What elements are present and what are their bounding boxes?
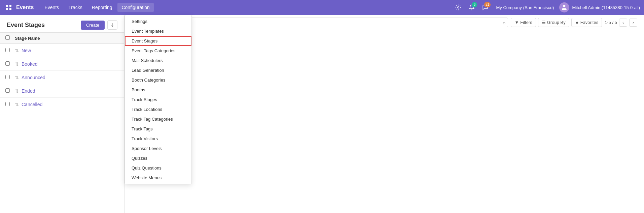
row-checkbox-4[interactable] — [5, 88, 10, 93]
dropdown-item-quizzes[interactable]: Quizzes — [125, 153, 191, 163]
dropdown-item-track-stages[interactable]: Track Stages — [125, 95, 191, 104]
settings-label: Settings — [132, 19, 147, 24]
svg-rect-0 — [6, 5, 8, 7]
group-by-label: Group By — [547, 20, 566, 25]
drag-handle-3[interactable]: ⇅ — [15, 75, 22, 80]
row-checkbox-3[interactable] — [5, 75, 10, 79]
group-by-button[interactable]: ☰ Group By — [538, 18, 569, 27]
next-page-button[interactable]: › — [629, 19, 637, 27]
row-checkbox-2[interactable] — [5, 61, 10, 66]
table-body: ⇅ New ⇅ Booked ⇅ Announced ⇅ Ended ⇅ — [0, 44, 124, 111]
svg-point-5 — [563, 5, 566, 7]
star-icon: ★ — [575, 20, 579, 25]
quizzes-label: Quizzes — [132, 156, 147, 161]
filter-icon: ▼ — [514, 20, 519, 25]
prev-page-button[interactable]: ‹ — [619, 19, 627, 27]
dropdown-item-booth-categories[interactable]: Booth Categories — [125, 75, 191, 85]
create-button[interactable]: Create — [81, 21, 105, 30]
mail-schedulers-label: Mail Schedulers — [132, 58, 163, 63]
drag-handle-1[interactable]: ⇅ — [15, 48, 22, 53]
dropdown-item-mail-schedulers[interactable]: Mail Schedulers — [125, 56, 191, 65]
event-tags-categories-label: Event Tags Categories — [132, 48, 176, 53]
message-badge: 21 — [484, 2, 491, 7]
table-row: ⇅ Announced — [0, 71, 124, 84]
topnav: Events Events Tracks Reporting Configura… — [0, 0, 644, 15]
track-stages-label: Track Stages — [132, 97, 157, 102]
left-panel: Event Stages Create ⇓ Stage Name ⇅ New ⇅… — [0, 15, 124, 213]
table-row: ⇅ New — [0, 44, 124, 57]
svg-point-4 — [458, 7, 459, 8]
stage-name-3[interactable]: Announced — [22, 75, 45, 80]
dropdown-item-track-locations[interactable]: Track Locations — [125, 104, 191, 114]
nav-tracks[interactable]: Tracks — [64, 3, 86, 12]
track-locations-label: Track Locations — [132, 107, 162, 112]
drag-handle-2[interactable]: ⇅ — [15, 61, 22, 67]
event-templates-label: Event Templates — [132, 29, 164, 34]
pagination-text: 1-5 / 5 — [605, 20, 617, 25]
message-icon-btn[interactable]: 21 — [480, 2, 491, 13]
dropdown-item-track-tags[interactable]: Track Tags — [125, 124, 191, 134]
track-tags-label: Track Tags — [132, 126, 153, 131]
configuration-dropdown: Settings Event Templates Event Stages Ev… — [124, 15, 192, 184]
right-panel: ⌕ ▼ Filters ☰ Group By ★ Favorites 1-5 /… — [124, 15, 644, 213]
svg-rect-1 — [9, 5, 11, 7]
dropdown-item-sponsor-levels[interactable]: Sponsor Levels — [125, 144, 191, 153]
toolbar-buttons: ▼ Filters ☰ Group By ★ Favorites — [511, 18, 602, 27]
table-header: Stage Name — [0, 32, 124, 44]
nav-events[interactable]: Events — [40, 3, 63, 12]
favorites-label: Favorites — [580, 20, 598, 25]
dropdown-item-event-tags-categories[interactable]: Event Tags Categories — [125, 46, 191, 56]
dropdown-item-lead-generation[interactable]: Lead Generation — [125, 65, 191, 75]
column-stage-name: Stage Name — [15, 36, 40, 41]
stage-name-1[interactable]: New — [22, 48, 31, 53]
event-stages-label: Event Stages — [132, 38, 157, 43]
settings-icon-btn[interactable] — [453, 2, 464, 13]
company-name: My Company (San Francisco) — [493, 5, 557, 10]
svg-rect-2 — [6, 8, 8, 10]
pagination: 1-5 / 5 ‹ › — [605, 19, 637, 27]
search-icon[interactable]: ⌕ — [503, 20, 505, 25]
stage-name-2[interactable]: Booked — [22, 61, 37, 67]
main-layout: Event Stages Create ⇓ Stage Name ⇅ New ⇅… — [0, 15, 644, 213]
nav-configuration[interactable]: Configuration — [117, 3, 153, 12]
dropdown-item-event-stages[interactable]: Event Stages — [125, 36, 191, 46]
right-toolbar: ⌕ ▼ Filters ☰ Group By ★ Favorites 1-5 /… — [124, 15, 644, 30]
svg-rect-3 — [9, 8, 11, 10]
bell-badge: 6 — [472, 2, 477, 7]
booth-categories-label: Booth Categories — [132, 78, 165, 83]
notification-bell-btn[interactable]: 6 — [466, 2, 477, 13]
dropdown-item-booths[interactable]: Booths — [125, 85, 191, 95]
app-name: Events — [16, 4, 34, 10]
row-checkbox-1[interactable] — [5, 48, 10, 52]
user-name: Mitchell Admin (11485380-15-0-all) — [572, 5, 640, 10]
dropdown-item-website-menus[interactable]: Website Menus — [125, 173, 191, 183]
header-checkbox[interactable] — [5, 35, 15, 41]
quiz-questions-label: Quiz Questions — [132, 165, 162, 171]
filters-button[interactable]: ▼ Filters — [511, 18, 536, 27]
dropdown-item-settings[interactable]: Settings — [125, 17, 191, 26]
grid-icon[interactable] — [4, 3, 13, 12]
dropdown-item-quiz-questions[interactable]: Quiz Questions — [125, 163, 191, 173]
groupby-icon: ☰ — [542, 20, 546, 25]
topnav-right: 6 21 My Company (San Francisco) Mitchell… — [453, 2, 640, 13]
table-row: ⇅ Booked — [0, 57, 124, 71]
row-checkbox-5[interactable] — [5, 102, 10, 106]
lead-generation-label: Lead Generation — [132, 68, 164, 73]
dropdown-item-event-templates[interactable]: Event Templates — [125, 26, 191, 36]
avatar[interactable] — [559, 2, 569, 12]
stage-name-5[interactable]: Cancelled — [22, 102, 42, 107]
dropdown-item-track-visitors[interactable]: Track Visitors — [125, 134, 191, 144]
table-row: ⇅ Ended — [0, 84, 124, 98]
track-tag-categories-label: Track Tag Categories — [132, 117, 173, 122]
favorites-button[interactable]: ★ Favorites — [571, 18, 602, 27]
select-all-checkbox[interactable] — [5, 35, 10, 40]
stage-name-4[interactable]: Ended — [22, 88, 35, 94]
nav-reporting[interactable]: Reporting — [88, 3, 116, 12]
drag-handle-4[interactable]: ⇅ — [15, 88, 22, 94]
download-button[interactable]: ⇓ — [107, 20, 117, 30]
booths-label: Booths — [132, 87, 145, 92]
filters-label: Filters — [520, 20, 532, 25]
dropdown-item-track-tag-categories[interactable]: Track Tag Categories — [125, 114, 191, 124]
page-title: Event Stages — [7, 22, 78, 29]
drag-handle-5[interactable]: ⇅ — [15, 102, 22, 107]
